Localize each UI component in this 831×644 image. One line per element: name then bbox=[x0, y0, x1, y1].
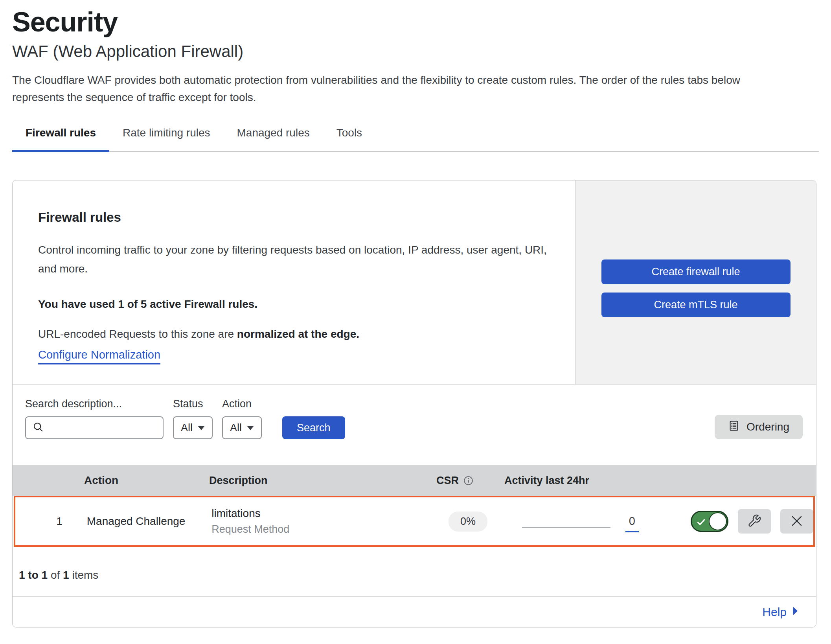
action-label: Action bbox=[222, 398, 262, 410]
action-dropdown-value: All bbox=[230, 422, 242, 434]
firewall-rules-info: Firewall rules Control incoming traffic … bbox=[13, 180, 575, 384]
header-action: Action bbox=[79, 474, 204, 487]
status-field-group: Status All bbox=[173, 398, 213, 439]
filter-bar: Search description... Status All bbox=[13, 385, 816, 465]
tab-managed-rules[interactable]: Managed rules bbox=[224, 127, 323, 151]
table-header: Action Description CSR Activity last 24h… bbox=[13, 465, 816, 496]
rule-controls bbox=[683, 509, 813, 534]
help-row: Help bbox=[13, 596, 816, 627]
chevron-down-icon bbox=[198, 426, 205, 430]
rule-description: limitations bbox=[211, 506, 430, 521]
usage-note-text: You have used 1 of 5 active Firewall rul… bbox=[38, 298, 257, 310]
ordering-button-label: Ordering bbox=[746, 421, 789, 433]
normalization-note-text: URL-encoded Requests to this zone are bbox=[38, 328, 237, 340]
configure-normalization-link[interactable]: Configure Normalization bbox=[38, 348, 160, 364]
create-firewall-rule-button[interactable]: Create firewall rule bbox=[601, 259, 791, 284]
tab-rate-limiting-rules[interactable]: Rate limiting rules bbox=[109, 127, 224, 151]
list-document-icon bbox=[728, 420, 740, 434]
header-description: Description bbox=[204, 475, 428, 487]
section-title: Firewall rules bbox=[38, 210, 550, 225]
items-suffix: items bbox=[69, 569, 99, 581]
activity-sparkline bbox=[522, 527, 610, 528]
table-row: 1 Managed Challenge limitations Request … bbox=[14, 496, 815, 547]
security-waf-page: Security WAF (Web Application Firewall) … bbox=[0, 0, 831, 627]
actions-panel: Create firewall rule Create mTLS rule bbox=[575, 180, 816, 384]
rule-action: Managed Challenge bbox=[81, 515, 206, 528]
help-link[interactable]: Help bbox=[762, 605, 799, 619]
delete-rule-button[interactable] bbox=[780, 509, 813, 534]
arrow-right-icon bbox=[792, 605, 799, 619]
rule-csr-cell: 0% bbox=[430, 512, 506, 532]
status-dropdown-value: All bbox=[181, 422, 193, 434]
status-dropdown[interactable]: All bbox=[173, 416, 213, 439]
page-subtitle: WAF (Web Application Firewall) bbox=[12, 42, 819, 61]
rule-enabled-toggle[interactable] bbox=[691, 511, 728, 532]
waf-tab-bar: Firewall rules Rate limiting rules Manag… bbox=[12, 127, 819, 152]
tab-firewall-rules[interactable]: Firewall rules bbox=[12, 127, 109, 151]
edit-rule-button[interactable] bbox=[738, 509, 771, 534]
header-activity: Activity last 24hr bbox=[504, 475, 681, 487]
rule-priority: 1 bbox=[15, 515, 81, 528]
status-label: Status bbox=[173, 398, 213, 410]
page-title: Security bbox=[12, 7, 819, 37]
tab-tools[interactable]: Tools bbox=[323, 127, 375, 151]
firewall-rules-card: Firewall rules Control incoming traffic … bbox=[12, 180, 816, 627]
header-csr-label: CSR bbox=[436, 475, 459, 487]
firewall-rules-summary: Firewall rules Control incoming traffic … bbox=[13, 180, 816, 385]
items-of: of bbox=[48, 569, 63, 581]
create-mtls-rule-button[interactable]: Create mTLS rule bbox=[601, 293, 791, 317]
page-description: The Cloudflare WAF provides both automat… bbox=[12, 72, 771, 106]
close-icon bbox=[789, 513, 804, 530]
pagination-summary: 1 to 1 of 1 items bbox=[13, 547, 816, 596]
ordering-button[interactable]: Ordering bbox=[715, 415, 803, 439]
toggle-knob bbox=[709, 512, 727, 530]
wrench-icon bbox=[747, 514, 761, 529]
normalization-note: URL-encoded Requests to this zone are no… bbox=[38, 328, 550, 340]
items-total: 1 bbox=[63, 569, 69, 581]
header-csr: CSR bbox=[428, 475, 504, 487]
filter-controls: Search description... Status All bbox=[25, 398, 345, 439]
search-label: Search description... bbox=[25, 398, 164, 410]
chevron-down-icon bbox=[247, 426, 254, 430]
search-input[interactable] bbox=[25, 416, 164, 439]
help-link-label: Help bbox=[762, 605, 787, 619]
check-icon bbox=[696, 517, 706, 529]
normalization-note-bold: normalized at the edge. bbox=[237, 328, 359, 340]
activity-count-link[interactable]: 0 bbox=[625, 515, 639, 532]
action-field-group: Action All bbox=[222, 398, 262, 439]
rule-description-cell: limitations Request Method bbox=[206, 506, 430, 536]
search-field-group: Search description... bbox=[25, 398, 164, 439]
info-icon[interactable] bbox=[463, 475, 474, 486]
search-icon bbox=[32, 421, 44, 434]
items-range: 1 to 1 bbox=[19, 569, 48, 581]
section-description: Control incoming traffic to your zone by… bbox=[38, 241, 549, 278]
rule-activity-cell: 0 bbox=[506, 513, 683, 530]
csr-badge: 0% bbox=[449, 512, 487, 532]
action-dropdown[interactable]: All bbox=[222, 416, 262, 439]
search-button[interactable]: Search bbox=[282, 416, 345, 439]
rule-expression-summary: Request Method bbox=[211, 522, 430, 536]
usage-note: You have used 1 of 5 active Firewall rul… bbox=[38, 298, 550, 311]
